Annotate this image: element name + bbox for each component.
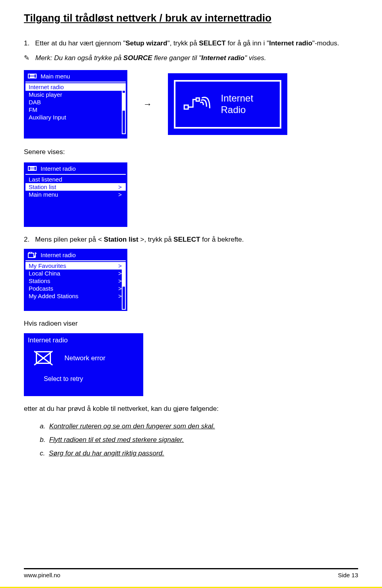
troubleshoot-c: c. Sørg for at du har angitt riktig pass… — [40, 449, 358, 457]
note-a: Merk: Du kan også trykke på — [35, 54, 123, 62]
step1-part-e: for å gå inn i " — [226, 39, 269, 47]
step2-number: 2. — [24, 236, 29, 243]
svg-rect-0 — [184, 105, 188, 109]
note-e: " vises. — [244, 54, 266, 62]
menu-item-last-listened: Last listened — [25, 176, 126, 183]
step1-setup-wizard: Setup wizard — [126, 39, 168, 47]
letter-c: c. — [40, 449, 45, 457]
svg-rect-1 — [196, 98, 199, 101]
step2-station-list: Station list — [104, 236, 138, 243]
chevron-right-icon: > — [118, 277, 122, 284]
display-internet-radio-menu-2: Internet radio My Favourites> Local Chin… — [24, 249, 127, 311]
display-network-error: Internet radio Network error Select to r… — [24, 333, 143, 396]
chevron-right-icon: > — [118, 293, 122, 299]
chevron-right-icon: > — [118, 184, 122, 190]
menu-item-local-china: Local China> — [25, 270, 126, 277]
menu-list-icon — [28, 166, 37, 171]
menu-item-dab: DAB — [25, 98, 126, 106]
display4-scrollbar — [122, 262, 126, 310]
later-shows-text: Senere vises: — [24, 147, 358, 157]
step2-c: >, trykk på — [138, 236, 173, 243]
step-2-text: 2. Mens pilen peker på < Station list >,… — [24, 235, 358, 244]
note-internet-radio: Internet radio — [201, 54, 245, 62]
menu-item-stations: Stations> — [25, 277, 126, 285]
menu-item-music-player: Music player — [25, 91, 126, 98]
menu-item-station-list: Station list> — [25, 183, 126, 191]
note-c: flere ganger til " — [152, 54, 201, 62]
display1-header: Main menu — [41, 73, 70, 80]
step2-a: Mens pilen peker på < — [35, 236, 103, 243]
troubleshoot-list: a. Kontroller ruteren og se om den funge… — [40, 422, 358, 457]
display4-header: Internet radio — [41, 252, 76, 258]
pencil-icon: ✎ — [24, 54, 29, 62]
note-text: ✎ Merk: Du kan også trykke på SOURCE fle… — [24, 54, 358, 62]
step1-select: SELECT — [199, 39, 226, 47]
note-source: SOURCE — [123, 54, 152, 62]
svg-rect-2 — [28, 253, 34, 258]
radio-waves-icon — [181, 92, 213, 116]
step1-number: 1. — [24, 39, 29, 47]
arrow-right-icon: → — [143, 99, 152, 109]
folder-note-icon — [28, 252, 37, 258]
troubleshoot-a-text: Kontroller ruteren og se om den fungerer… — [49, 422, 215, 430]
chevron-right-icon: > — [118, 270, 122, 277]
after-connect-text: etter at du har prøvd å koble til nettve… — [24, 404, 358, 414]
if-radio-shows-text: Hvis radioen viser — [24, 319, 358, 328]
display-main-menu: Main menu Internet radio Music player DA… — [24, 70, 127, 139]
step2-select: SELECT — [173, 236, 200, 243]
step1-part-a: Etter at du har vært gjennom " — [35, 39, 125, 47]
troubleshoot-c-text: Sørg for at du har angitt riktig passord… — [49, 449, 164, 457]
footer-url: www.pinell.no — [24, 572, 60, 578]
page-footer: www.pinell.no Side 13 — [24, 568, 358, 578]
letter-a: a. — [40, 422, 45, 430]
chevron-right-icon: > — [118, 191, 122, 198]
step-1-text: 1. Etter at du har vært gjennom "Setup w… — [24, 39, 358, 48]
menu-item-internet-radio: Internet radio — [25, 83, 126, 91]
chevron-right-icon: > — [118, 285, 122, 292]
display-internet-radio-splash: Internet Radio — [168, 73, 287, 135]
display3-header: Internet radio — [41, 165, 76, 172]
select-to-retry-text: Select to retry — [44, 375, 139, 383]
display1-scrollbar — [122, 84, 126, 134]
display-internet-radio-menu-1: Internet radio Last listened Station lis… — [24, 162, 127, 227]
page-title: Tilgang til trådløst nettverk / bruk av … — [24, 12, 358, 24]
step1-internet-radio: Internet radio — [269, 39, 312, 47]
menu-item-podcasts: Podcasts> — [25, 285, 126, 292]
troubleshoot-a: a. Kontroller ruteren og se om den funge… — [40, 422, 358, 430]
display5-title: Internet radio — [28, 336, 139, 344]
error-x-icon — [33, 350, 53, 367]
troubleshoot-b: b. Flytt radioen til et sted med sterker… — [40, 436, 358, 444]
menu-item-aux: Auxiliary Input — [25, 113, 126, 121]
splash-line1: Internet — [221, 93, 253, 104]
footer-page-number: Side 13 — [338, 572, 358, 578]
splash-line2: Radio — [221, 104, 253, 116]
letter-b: b. — [40, 436, 45, 443]
menu-item-main-menu: Main menu> — [25, 191, 126, 198]
menu-item-fm: FM — [25, 106, 126, 113]
network-error-text: Network error — [64, 354, 105, 362]
menu-item-favourites: My Favourites> — [25, 262, 126, 270]
step1-part-c: ", trykk på — [167, 39, 199, 47]
menu-list-icon — [28, 74, 37, 78]
step1-part-g: "-modus. — [312, 39, 339, 47]
menu-item-added-stations: My Added Stations> — [25, 292, 126, 300]
chevron-right-icon: > — [118, 262, 122, 269]
troubleshoot-b-text: Flytt radioen til et sted med sterkere s… — [49, 436, 184, 443]
step2-e: for å bekrefte. — [200, 236, 244, 243]
